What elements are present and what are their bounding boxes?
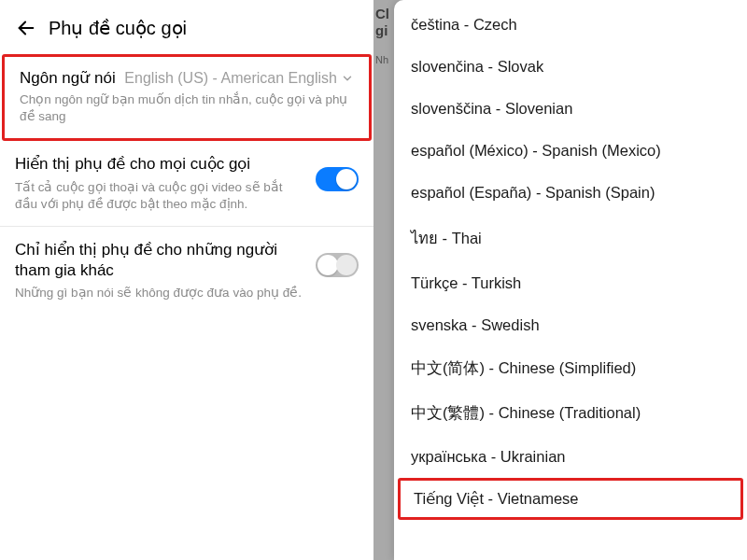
- language-picker-pane: Clgi Nh čeština - Czechslovenčina - Slov…: [374, 0, 747, 560]
- backdrop-line1a: Cl: [375, 6, 389, 21]
- spoken-language-value: English (US) - American English: [124, 70, 354, 87]
- spoken-language-value-text: English (US) - American English: [124, 70, 337, 87]
- show-captions-all-title: Hiển thị phụ đề cho mọi cuộc gọi: [15, 154, 304, 175]
- show-captions-others-row: Chỉ hiển thị phụ đề cho những người tham…: [0, 227, 374, 315]
- language-option[interactable]: español (España) - Spanish (Spain): [394, 172, 747, 214]
- language-option[interactable]: українська - Ukrainian: [394, 436, 747, 478]
- language-option[interactable]: español (México) - Spanish (Mexico): [394, 130, 747, 172]
- show-captions-all-desc: Tất cả cuộc gọi thoại và cuộc gọi video …: [15, 179, 304, 213]
- spoken-language-row[interactable]: Ngôn ngữ nói English (US) - American Eng…: [2, 54, 372, 141]
- backdrop-line1b: gi: [375, 22, 388, 38]
- back-button[interactable]: [11, 13, 41, 43]
- toggle-knob: [317, 255, 338, 275]
- language-option[interactable]: Türkçe - Turkish: [394, 262, 747, 304]
- spoken-language-label: Ngôn ngữ nói: [20, 68, 123, 88]
- language-option[interactable]: 中文(繁體) - Chinese (Traditional): [394, 391, 747, 436]
- language-option[interactable]: slovenčina - Slovak: [394, 46, 747, 88]
- toggle-knob: [336, 169, 357, 189]
- settings-pane: Phụ đề cuộc gọi Ngôn ngữ nói English (US…: [0, 0, 374, 560]
- toggle-knob-shadow: [336, 255, 357, 275]
- language-option[interactable]: svenska - Swedish: [394, 304, 747, 346]
- language-option[interactable]: slovenščina - Slovenian: [394, 88, 747, 130]
- show-captions-others-desc: Những gì bạn nói sẽ không được đưa vào p…: [15, 285, 304, 301]
- language-option[interactable]: čeština - Czech: [394, 4, 747, 46]
- page-title: Phụ đề cuộc gọi: [49, 17, 187, 39]
- language-sheet: čeština - Czechslovenčina - Slovaksloven…: [394, 0, 747, 560]
- header: Phụ đề cuộc gọi: [0, 0, 374, 54]
- show-captions-all-row: Hiển thị phụ đề cho mọi cuộc gọi Tất cả …: [0, 141, 374, 227]
- language-option[interactable]: 中文(简体) - Chinese (Simplified): [394, 346, 747, 391]
- arrow-left-icon: [16, 18, 36, 38]
- chevron-down-icon: [341, 72, 354, 85]
- language-option[interactable]: ไทย - Thai: [394, 214, 747, 262]
- show-captions-all-toggle[interactable]: [316, 167, 359, 191]
- spoken-language-desc: Chọn ngôn ngữ bạn muốn dịch tin nhắn, cu…: [20, 91, 354, 125]
- show-captions-others-toggle[interactable]: [316, 253, 359, 277]
- backdrop-line2: Nh: [375, 54, 392, 66]
- language-list: čeština - Czechslovenčina - Slovaksloven…: [394, 0, 747, 524]
- language-option[interactable]: Tiếng Việt - Vietnamese: [398, 478, 743, 520]
- show-captions-others-title: Chỉ hiển thị phụ đề cho những người tham…: [15, 240, 304, 281]
- backdrop-text: Clgi Nh: [374, 0, 394, 560]
